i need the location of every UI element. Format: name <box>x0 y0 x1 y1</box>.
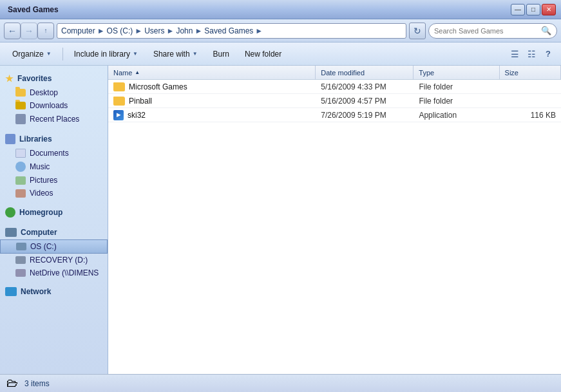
recovery-drive-icon <box>15 256 26 264</box>
col-header-name[interactable]: Name ▲ <box>108 66 316 79</box>
nav-group: ← → ↑ <box>4 23 54 39</box>
col-header-type[interactable]: Type <box>414 66 499 79</box>
sidebar-item-pictures[interactable]: Pictures <box>0 174 108 187</box>
maximize-button[interactable]: □ <box>526 4 540 15</box>
col-header-size[interactable]: Size <box>500 66 561 79</box>
include-library-button[interactable]: Include in library ▼ <box>67 45 145 63</box>
sidebar-section-favorites: ★ Favorites Desktop Downloads Recent Pla… <box>0 71 108 126</box>
table-row[interactable]: Pinball 5/16/2009 4:57 PM File folder <box>108 94 561 108</box>
documents-icon <box>15 149 26 158</box>
back-button[interactable]: ← <box>4 23 21 39</box>
search-icon[interactable]: 🔍 <box>541 26 551 35</box>
sidebar: ★ Favorites Desktop Downloads Recent Pla… <box>0 66 108 374</box>
sidebar-computer-header[interactable]: Computer <box>0 225 108 239</box>
breadcrumb-users[interactable]: Users <box>144 26 164 35</box>
sidebar-network-header[interactable]: Network <box>0 285 108 299</box>
share-with-button[interactable]: Share with ▼ <box>146 45 205 63</box>
sidebar-item-videos[interactable]: Videos <box>0 187 108 200</box>
file-date: 7/26/2009 5:19 PM <box>316 111 414 120</box>
videos-icon <box>15 189 26 198</box>
recent-icon <box>15 114 26 124</box>
help-button[interactable]: ? <box>540 46 556 62</box>
file-name: Pinball <box>108 97 316 106</box>
sort-arrow-name: ▲ <box>135 70 140 75</box>
new-folder-button[interactable]: New folder <box>238 45 289 63</box>
sidebar-favorites-header[interactable]: ★ Favorites <box>0 71 108 86</box>
sidebar-item-netdrive[interactable]: NetDrive (\\DIMENS <box>0 266 108 279</box>
view-tiles-button[interactable]: ☷ <box>524 46 539 62</box>
title-bar-title: Saved Games <box>8 5 59 14</box>
sidebar-item-recovery[interactable]: RECOVERY (D:) <box>0 254 108 266</box>
table-row[interactable]: Microsoft Games 5/16/2009 4:33 PM File f… <box>108 80 561 94</box>
main-content: ★ Favorites Desktop Downloads Recent Pla… <box>0 66 561 374</box>
osc-drive-icon <box>16 243 26 250</box>
address-bar: ← → ↑ Computer ► OS (C:) ► Users ► John … <box>0 19 561 42</box>
refresh-button[interactable]: ↻ <box>409 23 426 39</box>
sidebar-homegroup-header[interactable]: Homegroup <box>0 205 108 220</box>
network-icon <box>5 287 17 296</box>
folder-icon <box>113 82 125 91</box>
sidebar-section-homegroup: Homegroup <box>0 205 108 220</box>
col-header-date[interactable]: Date modified <box>316 66 414 79</box>
burn-button[interactable]: Burn <box>206 45 236 63</box>
table-row[interactable]: ▶ ski32 7/26/2009 5:19 PM Application 11… <box>108 108 561 122</box>
file-size: 116 KB <box>500 111 561 120</box>
toolbar: Organize ▼ Include in library ▼ Share wi… <box>0 42 561 66</box>
breadcrumb-osc[interactable]: OS (C:) <box>107 26 133 35</box>
computer-icon <box>5 228 17 237</box>
sidebar-libraries-header[interactable]: Libraries <box>0 131 108 147</box>
status-item-count: 3 items <box>24 379 50 388</box>
file-type: File folder <box>414 97 499 106</box>
title-bar-controls: — □ ✕ <box>511 4 556 15</box>
file-list-header: Name ▲ Date modified Type Size <box>108 66 561 80</box>
file-rows: Microsoft Games 5/16/2009 4:33 PM File f… <box>108 80 561 122</box>
breadcrumb-computer[interactable]: Computer <box>61 26 95 35</box>
libraries-icon <box>5 134 15 144</box>
file-type: Application <box>414 111 499 120</box>
include-arrow: ▼ <box>133 51 138 57</box>
up-button[interactable]: ↑ <box>37 23 54 39</box>
sidebar-item-downloads[interactable]: Downloads <box>0 99 108 112</box>
close-button[interactable]: ✕ <box>542 4 556 15</box>
view-icons: ☰ ☷ ? <box>507 46 556 62</box>
app-icon: ▶ <box>113 110 124 120</box>
pictures-icon <box>15 176 26 185</box>
file-date: 5/16/2009 4:57 PM <box>316 97 414 106</box>
file-date: 5/16/2009 4:33 PM <box>316 82 414 91</box>
sidebar-item-desktop[interactable]: Desktop <box>0 86 108 99</box>
status-bar: 🗁 3 items <box>0 374 561 392</box>
file-name: ▶ ski32 <box>108 110 316 120</box>
homegroup-icon <box>5 207 15 218</box>
sidebar-item-recent[interactable]: Recent Places <box>0 112 108 126</box>
share-arrow: ▼ <box>193 51 198 57</box>
file-type: File folder <box>414 82 499 91</box>
folder-icon <box>113 97 125 106</box>
minimize-button[interactable]: — <box>511 4 525 15</box>
title-bar: Saved Games — □ ✕ <box>0 0 561 19</box>
organize-button[interactable]: Organize ▼ <box>5 45 59 63</box>
view-details-button[interactable]: ☰ <box>507 46 522 62</box>
toolbar-separator-1 <box>62 48 63 61</box>
netdrive-icon <box>15 269 26 277</box>
music-icon <box>15 162 26 172</box>
sidebar-section-computer: Computer OS (C:) RECOVERY (D:) NetDrive … <box>0 225 108 279</box>
search-input[interactable] <box>434 27 538 35</box>
organize-arrow: ▼ <box>46 51 52 57</box>
sidebar-item-osc[interactable]: OS (C:) <box>0 239 108 254</box>
sidebar-item-music[interactable]: Music <box>0 160 108 174</box>
forward-button[interactable]: → <box>21 23 37 39</box>
sidebar-section-libraries: Libraries Documents Music Pictures Video… <box>0 131 108 200</box>
sidebar-item-documents[interactable]: Documents <box>0 147 108 160</box>
file-list: Name ▲ Date modified Type Size Microsoft… <box>108 66 561 374</box>
desktop-folder-icon <box>15 89 26 97</box>
search-bar: 🔍 <box>428 23 557 39</box>
sidebar-section-network: Network <box>0 285 108 299</box>
status-folder-icon: 🗁 <box>6 377 18 390</box>
breadcrumb-savedgames[interactable]: Saved Games <box>204 26 253 35</box>
file-name: Microsoft Games <box>108 82 316 91</box>
star-icon: ★ <box>5 73 14 84</box>
breadcrumb-john[interactable]: John <box>176 26 193 35</box>
breadcrumb-bar: Computer ► OS (C:) ► Users ► John ► Save… <box>57 23 406 39</box>
downloads-folder-icon <box>15 102 26 109</box>
